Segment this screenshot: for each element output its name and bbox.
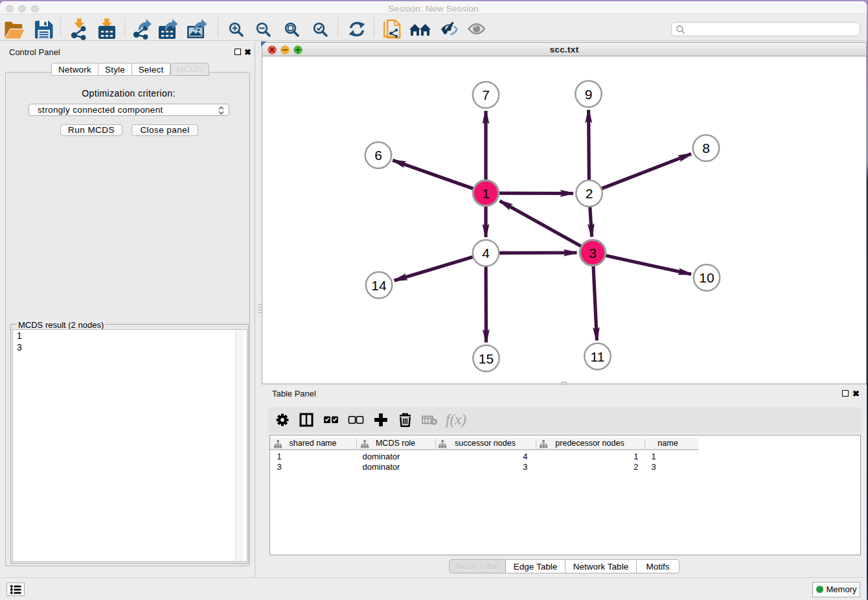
svg-text:3: 3 [589, 245, 597, 260]
svg-text:1: 1 [482, 185, 490, 200]
svg-text:11: 11 [591, 349, 605, 363]
svg-text:2: 2 [586, 186, 593, 201]
svg-text:15: 15 [479, 351, 494, 365]
svg-text:9: 9 [585, 86, 593, 101]
svg-text:4: 4 [482, 246, 490, 260]
svg-text:10: 10 [699, 270, 714, 285]
svg-text:7: 7 [482, 87, 490, 102]
svg-text:6: 6 [374, 148, 382, 163]
svg-text:8: 8 [702, 141, 710, 156]
svg-text:f(x): f(x) [446, 411, 466, 428]
svg-text:14: 14 [371, 277, 387, 292]
